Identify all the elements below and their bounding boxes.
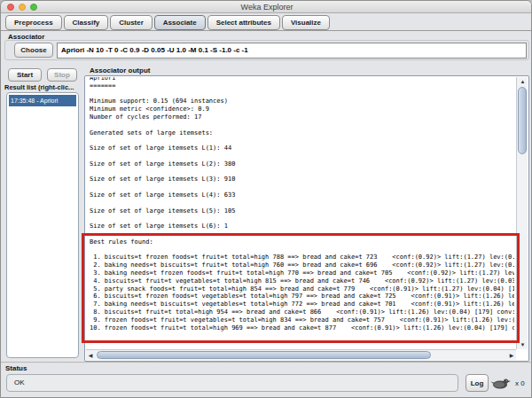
scheme-field[interactable]: Apriori -N 10 -T 0 -C 0.9 -D 0.05 -U 1.0… — [57, 43, 527, 59]
result-list-label: Result list (right-clic... — [4, 83, 74, 91]
weka-explorer-window: Weka Explorer Preprocess Classify Cluste… — [0, 0, 532, 398]
log-button[interactable]: Log — [466, 374, 489, 392]
tab-bar: Preprocess Classify Cluster Associate Se… — [5, 15, 330, 30]
bird-counter: x 0 — [515, 379, 525, 387]
scheme-params: -N 10 -T 0 -C 0.9 -D 0.05 -U 1.0 -M 0.1 … — [84, 46, 248, 54]
tab-visualize[interactable]: Visualize — [282, 15, 330, 30]
vertical-scrollbar[interactable]: ▲ ▼ — [516, 77, 528, 349]
scroll-down-icon[interactable]: ▼ — [517, 340, 528, 349]
stop-button[interactable]: Stop — [47, 68, 77, 82]
result-list-item[interactable]: 17:35:48 - Apriori — [9, 95, 76, 106]
window-title: Weka Explorer — [1, 3, 532, 12]
associator-output-label: Associator output — [90, 66, 150, 74]
status-message: OK — [14, 378, 25, 386]
tab-select-attributes[interactable]: Select attributes — [207, 15, 280, 30]
tab-preprocess[interactable]: Preprocess — [5, 15, 62, 30]
horizontal-scrollbar[interactable]: ◀ ▶ — [86, 349, 516, 360]
result-list[interactable]: 17:35:48 - Apriori — [6, 92, 79, 358]
associator-chooser-panel: Choose Apriori -N 10 -T 0 -C 0.9 -D 0.05… — [4, 40, 529, 60]
status-separator — [1, 362, 532, 363]
title-bar: Weka Explorer — [1, 1, 532, 13]
horizontal-scroll-thumb[interactable] — [97, 351, 431, 359]
scroll-up-icon[interactable]: ▲ — [517, 77, 528, 86]
choose-button[interactable]: Choose — [14, 43, 53, 58]
scheme-name: Apriori — [61, 46, 84, 54]
tab-separator — [1, 30, 532, 31]
tab-cluster[interactable]: Cluster — [110, 15, 153, 30]
weka-bird-icon — [490, 377, 512, 390]
status-message-box: OK — [6, 374, 458, 392]
tab-associate[interactable]: Associate — [154, 15, 206, 30]
output-text-clip: Apriori ======= Minimum support: 0.15 (6… — [90, 77, 514, 348]
associator-output-text[interactable]: Apriori ======= Minimum support: 0.15 (6… — [90, 77, 514, 332]
tab-classify[interactable]: Classify — [64, 15, 109, 30]
vertical-scroll-thumb[interactable] — [518, 87, 527, 154]
scroll-left-icon[interactable]: ◀ — [86, 350, 95, 361]
associator-output-panel: Apriori ======= Minimum support: 0.15 (6… — [84, 75, 529, 362]
status-section-label: Status — [5, 364, 27, 372]
scroll-right-icon[interactable]: ▶ — [507, 350, 516, 361]
start-button[interactable]: Start — [8, 68, 42, 82]
